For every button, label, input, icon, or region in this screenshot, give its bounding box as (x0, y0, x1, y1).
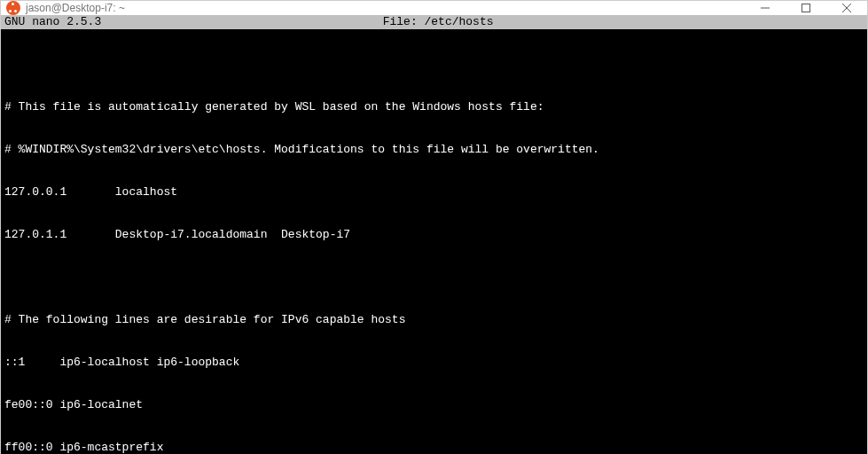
svg-rect-1 (802, 4, 810, 12)
file-line (4, 58, 864, 72)
window-controls (745, 1, 867, 15)
titlebar[interactable]: jason@Desktop-i7: ~ (1, 1, 867, 15)
file-line: ::1 ip6-localhost ip6-loopback (4, 356, 864, 370)
window-title: jason@Desktop-i7: ~ (26, 2, 745, 14)
file-line: 127.0.0.1 localhost (4, 185, 864, 200)
window: jason@Desktop-i7: ~ GNU nano 2.5.3 File:… (0, 0, 868, 454)
nano-file-label: File: /etc/hosts (101, 15, 775, 29)
minimize-button[interactable] (745, 1, 786, 15)
close-button[interactable] (826, 1, 867, 15)
file-line: # This file is automatically generated b… (4, 100, 864, 114)
nano-app-name: GNU nano 2.5.3 (4, 15, 101, 29)
terminal[interactable]: GNU nano 2.5.3 File: /etc/hosts # This f… (1, 15, 867, 454)
file-line: fe00::0 ip6-localnet (4, 398, 864, 412)
file-line: # The following lines are desirable for … (4, 313, 864, 327)
ubuntu-icon (6, 1, 20, 15)
file-line (4, 270, 864, 285)
editor-content[interactable]: # This file is automatically generated b… (1, 29, 867, 454)
file-line: # %WINDIR%\System32\drivers\etc\hosts. M… (4, 143, 864, 157)
maximize-button[interactable] (786, 1, 826, 15)
nano-header: GNU nano 2.5.3 File: /etc/hosts (1, 15, 867, 29)
file-line: 127.0.1.1 Desktop-i7.localdomain Desktop… (4, 228, 864, 242)
file-line: ff00::0 ip6-mcastprefix (4, 441, 864, 454)
